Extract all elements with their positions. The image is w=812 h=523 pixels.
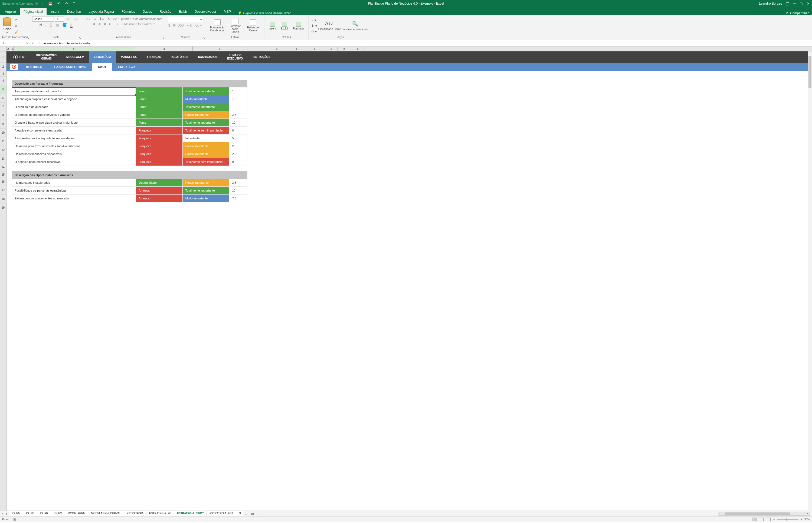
row-header-15[interactable]: 15	[0, 172, 6, 178]
cell-importance[interactable]: Importante	[182, 134, 229, 142]
select-all-button[interactable]	[0, 47, 6, 51]
table-row[interactable]: Exitem poucos concorrentes no mercadoAme…	[12, 195, 247, 202]
record-button[interactable]	[10, 64, 18, 70]
autosave-toggle[interactable]: Salvamento Automático	[2, 2, 43, 5]
row-header-11[interactable]: 11	[0, 137, 6, 146]
wrap-text-button[interactable]: ab↩ Quebrar Texto Automaticamente	[113, 17, 162, 21]
conditional-format-button[interactable]: Formatação Condicional	[209, 19, 226, 33]
orientation-icon[interactable]: ⟲	[107, 17, 111, 21]
copy-icon[interactable]: ⧉	[14, 23, 19, 29]
tabs-more-icon[interactable]: …	[244, 512, 249, 515]
row-header-14[interactable]: 14	[0, 163, 6, 172]
cell-type[interactable]: Fraqueza	[136, 134, 183, 142]
cell-importance[interactable]: Totalmente sem importância	[182, 158, 229, 166]
column-header-C[interactable]: C	[14, 47, 135, 51]
fill-icon[interactable]: ⬇ ▾	[311, 24, 317, 28]
paste-button[interactable]: Colar ▾	[2, 17, 13, 35]
subnav-swot[interactable]: SWOT	[92, 63, 112, 71]
percent-format-icon[interactable]: %	[172, 23, 176, 27]
column-header-A[interactable]: A	[6, 47, 10, 51]
spreadsheet-grid[interactable]: 12345678910111213141516171819 LUZ INFORM…	[0, 51, 812, 510]
nav-dashboards[interactable]: DASHBOARDS	[193, 51, 223, 63]
font-size-select[interactable]	[55, 16, 64, 22]
nav-estratégia[interactable]: ESTRATÉGIA	[89, 51, 116, 63]
align-middle-icon[interactable]: ≡	[93, 17, 97, 21]
ribbon-display-icon[interactable]: ▢	[786, 1, 789, 6]
table-row[interactable]: Há mercados inexploradosOportunidadePouc…	[12, 179, 247, 187]
save-icon[interactable]: 💾	[48, 2, 53, 6]
align-bottom-icon[interactable]: ⬇≡	[98, 17, 105, 21]
table-row[interactable]: A empresa tem diferencial inovadorForçaT…	[12, 87, 247, 95]
format-cells-button[interactable]: Formatar	[291, 21, 305, 31]
column-header-B[interactable]: B	[10, 47, 14, 51]
name-box[interactable]: C5 ▾	[0, 40, 23, 46]
column-header-K[interactable]: K	[338, 47, 351, 51]
row-header-17[interactable]: 17	[0, 186, 6, 195]
cell-score[interactable]: 2,5	[229, 179, 247, 187]
row-header-16[interactable]: 16	[0, 178, 6, 186]
cell-type[interactable]: Força	[136, 103, 183, 111]
undo-icon[interactable]: ↶	[57, 2, 60, 6]
bold-button[interactable]: N	[38, 23, 43, 27]
find-select-button[interactable]: 🔍 Localizar e Selecionar	[341, 21, 368, 31]
column-header-G[interactable]: G	[268, 47, 286, 51]
accept-formula-icon[interactable]: ✓	[31, 41, 34, 45]
cell-score[interactable]: 10	[229, 119, 247, 127]
row-header-9[interactable]: 9	[0, 120, 6, 128]
user-name[interactable]: Leandro Borges	[759, 2, 782, 5]
cell-importance[interactable]: Totalmente importante	[182, 187, 229, 195]
sheet-tab-estratégia_fc[interactable]: ESTRATÉGIA_FC	[146, 511, 174, 516]
font-color-button[interactable]: A	[69, 23, 74, 27]
cell-description[interactable]: Os meios para fazer as vendas são divers…	[12, 142, 136, 150]
nav-marketing[interactable]: MARKETING	[116, 51, 142, 63]
sheet-tab-ig_eq[interactable]: IG_EQ	[51, 511, 65, 516]
cell-importance[interactable]: Pouco importante	[182, 111, 229, 119]
column-header-H[interactable]: H	[286, 47, 305, 51]
clear-icon[interactable]: ◇ ▾	[311, 30, 317, 34]
decrease-indent-icon[interactable]: ⇤	[108, 22, 113, 26]
row-header-5[interactable]: 5	[0, 85, 6, 94]
formula-input[interactable]: A empresa tem diferencial inovador	[42, 42, 812, 45]
decrease-decimal-icon[interactable]: .00→	[194, 23, 203, 27]
table-row[interactable]: O portfólio de produtos/serviços é varia…	[12, 111, 247, 119]
cell-importance[interactable]: Pouco importante	[182, 142, 229, 150]
row-header-4[interactable]: 4	[0, 76, 6, 85]
cell-score[interactable]: 0	[229, 127, 247, 134]
column-header-L[interactable]: L	[351, 47, 365, 51]
new-sheet-button[interactable]: ⊕	[249, 512, 256, 516]
cell-description[interactable]: A equipe é competente e entrosada	[12, 127, 136, 134]
ribbon-tab-msp[interactable]: MSP	[220, 8, 235, 15]
border-button[interactable]: ▦	[54, 23, 60, 27]
cell-importance[interactable]: Muito Importante	[182, 95, 229, 103]
align-center-icon[interactable]: ≡	[98, 22, 102, 26]
cell-type[interactable]: Fraqueza	[136, 127, 183, 134]
cell-score[interactable]: 0	[229, 158, 247, 166]
normal-view-button[interactable]	[752, 518, 757, 521]
row-header-6[interactable]: 6	[0, 94, 6, 103]
sheet-tab-estratégia_est[interactable]: ESTRATÉGIA_EST	[207, 511, 236, 516]
cell-type[interactable]: Força	[136, 95, 183, 103]
table-row[interactable]: Os meios para fazer as vendas são divers…	[12, 142, 247, 150]
nav-informações-gerais[interactable]: INFORMAÇÕESGERAIS	[31, 51, 61, 63]
delete-cells-button[interactable]: Excluir	[279, 21, 290, 31]
column-header-J[interactable]: J	[324, 47, 338, 51]
increase-font-icon[interactable]: A↑	[65, 17, 72, 21]
cell-description[interactable]: A tecnologia própria é essencial para o …	[12, 95, 136, 103]
subnav-diretrizes[interactable]: DIRETRIZES	[20, 63, 48, 71]
ribbon-tab-desenvolvedor[interactable]: Desenvolvedor	[191, 8, 220, 15]
column-header-I[interactable]: I	[305, 47, 324, 51]
ribbon-tab-exibir[interactable]: Exibir	[175, 8, 191, 15]
nav-relatórios[interactable]: RELATÓRIOS	[166, 51, 193, 63]
page-layout-view-button[interactable]	[759, 518, 763, 521]
cell-type[interactable]: Ameaça	[136, 195, 183, 202]
align-right-icon[interactable]: ≡	[103, 22, 107, 26]
cell-description[interactable]: A infraestrutura é adequada às necessida…	[12, 134, 136, 142]
zoom-in-button[interactable]: +	[801, 518, 802, 521]
cell-type[interactable]: Força	[136, 87, 183, 95]
ribbon-tab-layout-da-página[interactable]: Layout da Página	[85, 8, 118, 15]
column-header-D[interactable]: D	[135, 47, 193, 51]
sheet-tab-modelagem_curval[interactable]: MODELAGEM_CURVAL	[88, 511, 124, 516]
insert-cells-button[interactable]: Inserir	[267, 21, 278, 31]
sheet-tab-ig_em[interactable]: IG_EM	[9, 511, 23, 516]
macro-record-icon[interactable]: ▦	[13, 518, 16, 521]
